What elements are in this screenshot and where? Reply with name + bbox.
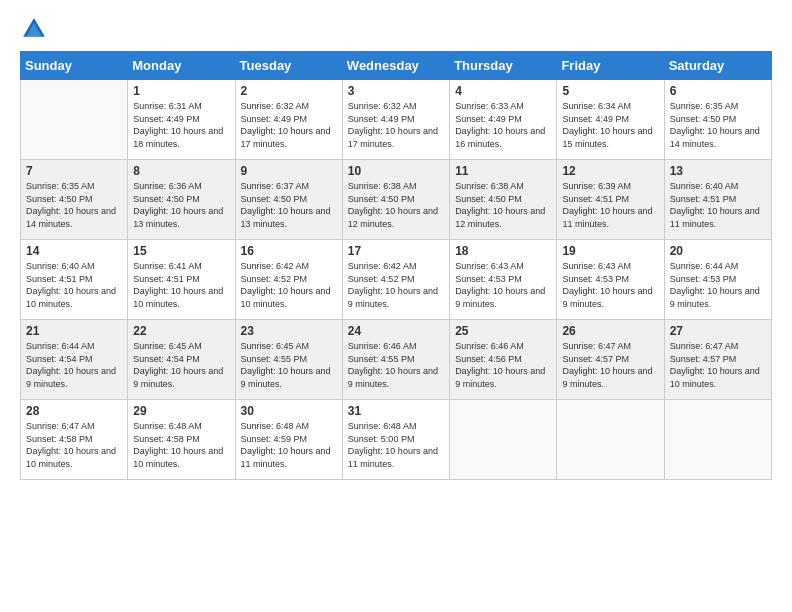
calendar-cell: 7Sunrise: 6:35 AMSunset: 4:50 PMDaylight… — [21, 160, 128, 240]
day-info: Sunrise: 6:44 AMSunset: 4:54 PMDaylight:… — [26, 340, 122, 390]
day-number: 25 — [455, 324, 551, 338]
day-number: 31 — [348, 404, 444, 418]
day-info: Sunrise: 6:47 AMSunset: 4:58 PMDaylight:… — [26, 420, 122, 470]
day-info: Sunrise: 6:46 AMSunset: 4:55 PMDaylight:… — [348, 340, 444, 390]
calendar-cell: 1Sunrise: 6:31 AMSunset: 4:49 PMDaylight… — [128, 80, 235, 160]
weekday-header-friday: Friday — [557, 52, 664, 80]
calendar-cell: 8Sunrise: 6:36 AMSunset: 4:50 PMDaylight… — [128, 160, 235, 240]
day-info: Sunrise: 6:45 AMSunset: 4:55 PMDaylight:… — [241, 340, 337, 390]
day-info: Sunrise: 6:46 AMSunset: 4:56 PMDaylight:… — [455, 340, 551, 390]
day-number: 14 — [26, 244, 122, 258]
day-info: Sunrise: 6:38 AMSunset: 4:50 PMDaylight:… — [348, 180, 444, 230]
calendar-cell — [450, 400, 557, 480]
calendar-cell — [664, 400, 771, 480]
day-number: 21 — [26, 324, 122, 338]
day-info: Sunrise: 6:32 AMSunset: 4:49 PMDaylight:… — [348, 100, 444, 150]
calendar-cell: 27Sunrise: 6:47 AMSunset: 4:57 PMDayligh… — [664, 320, 771, 400]
calendar-cell: 24Sunrise: 6:46 AMSunset: 4:55 PMDayligh… — [342, 320, 449, 400]
day-number: 4 — [455, 84, 551, 98]
day-number: 8 — [133, 164, 229, 178]
calendar-cell: 11Sunrise: 6:38 AMSunset: 4:50 PMDayligh… — [450, 160, 557, 240]
day-info: Sunrise: 6:45 AMSunset: 4:54 PMDaylight:… — [133, 340, 229, 390]
day-info: Sunrise: 6:42 AMSunset: 4:52 PMDaylight:… — [348, 260, 444, 310]
calendar-cell: 14Sunrise: 6:40 AMSunset: 4:51 PMDayligh… — [21, 240, 128, 320]
calendar-week-row: 14Sunrise: 6:40 AMSunset: 4:51 PMDayligh… — [21, 240, 772, 320]
day-info: Sunrise: 6:48 AMSunset: 5:00 PMDaylight:… — [348, 420, 444, 470]
calendar-cell: 30Sunrise: 6:48 AMSunset: 4:59 PMDayligh… — [235, 400, 342, 480]
calendar-cell: 25Sunrise: 6:46 AMSunset: 4:56 PMDayligh… — [450, 320, 557, 400]
day-info: Sunrise: 6:41 AMSunset: 4:51 PMDaylight:… — [133, 260, 229, 310]
day-number: 5 — [562, 84, 658, 98]
page: SundayMondayTuesdayWednesdayThursdayFrid… — [0, 0, 792, 490]
calendar-cell — [557, 400, 664, 480]
calendar-cell: 31Sunrise: 6:48 AMSunset: 5:00 PMDayligh… — [342, 400, 449, 480]
calendar-cell: 5Sunrise: 6:34 AMSunset: 4:49 PMDaylight… — [557, 80, 664, 160]
day-number: 16 — [241, 244, 337, 258]
day-number: 29 — [133, 404, 229, 418]
day-number: 9 — [241, 164, 337, 178]
weekday-header-thursday: Thursday — [450, 52, 557, 80]
weekday-header-monday: Monday — [128, 52, 235, 80]
calendar-cell: 26Sunrise: 6:47 AMSunset: 4:57 PMDayligh… — [557, 320, 664, 400]
calendar-week-row: 7Sunrise: 6:35 AMSunset: 4:50 PMDaylight… — [21, 160, 772, 240]
day-number: 23 — [241, 324, 337, 338]
day-number: 19 — [562, 244, 658, 258]
day-number: 11 — [455, 164, 551, 178]
day-number: 2 — [241, 84, 337, 98]
calendar-cell: 20Sunrise: 6:44 AMSunset: 4:53 PMDayligh… — [664, 240, 771, 320]
calendar-cell: 23Sunrise: 6:45 AMSunset: 4:55 PMDayligh… — [235, 320, 342, 400]
day-info: Sunrise: 6:47 AMSunset: 4:57 PMDaylight:… — [670, 340, 766, 390]
day-info: Sunrise: 6:42 AMSunset: 4:52 PMDaylight:… — [241, 260, 337, 310]
day-number: 1 — [133, 84, 229, 98]
calendar-cell: 28Sunrise: 6:47 AMSunset: 4:58 PMDayligh… — [21, 400, 128, 480]
day-info: Sunrise: 6:33 AMSunset: 4:49 PMDaylight:… — [455, 100, 551, 150]
calendar-cell: 10Sunrise: 6:38 AMSunset: 4:50 PMDayligh… — [342, 160, 449, 240]
day-number: 27 — [670, 324, 766, 338]
day-number: 15 — [133, 244, 229, 258]
day-info: Sunrise: 6:31 AMSunset: 4:49 PMDaylight:… — [133, 100, 229, 150]
day-number: 10 — [348, 164, 444, 178]
calendar-cell: 17Sunrise: 6:42 AMSunset: 4:52 PMDayligh… — [342, 240, 449, 320]
calendar-cell: 13Sunrise: 6:40 AMSunset: 4:51 PMDayligh… — [664, 160, 771, 240]
day-info: Sunrise: 6:43 AMSunset: 4:53 PMDaylight:… — [562, 260, 658, 310]
calendar-cell: 18Sunrise: 6:43 AMSunset: 4:53 PMDayligh… — [450, 240, 557, 320]
day-info: Sunrise: 6:39 AMSunset: 4:51 PMDaylight:… — [562, 180, 658, 230]
day-info: Sunrise: 6:44 AMSunset: 4:53 PMDaylight:… — [670, 260, 766, 310]
day-info: Sunrise: 6:40 AMSunset: 4:51 PMDaylight:… — [26, 260, 122, 310]
calendar-cell: 19Sunrise: 6:43 AMSunset: 4:53 PMDayligh… — [557, 240, 664, 320]
logo — [20, 15, 52, 43]
day-number: 30 — [241, 404, 337, 418]
day-info: Sunrise: 6:38 AMSunset: 4:50 PMDaylight:… — [455, 180, 551, 230]
calendar-cell: 21Sunrise: 6:44 AMSunset: 4:54 PMDayligh… — [21, 320, 128, 400]
day-info: Sunrise: 6:48 AMSunset: 4:59 PMDaylight:… — [241, 420, 337, 470]
calendar-week-row: 1Sunrise: 6:31 AMSunset: 4:49 PMDaylight… — [21, 80, 772, 160]
calendar-cell: 6Sunrise: 6:35 AMSunset: 4:50 PMDaylight… — [664, 80, 771, 160]
weekday-header-tuesday: Tuesday — [235, 52, 342, 80]
day-info: Sunrise: 6:35 AMSunset: 4:50 PMDaylight:… — [670, 100, 766, 150]
day-number: 26 — [562, 324, 658, 338]
weekday-header-sunday: Sunday — [21, 52, 128, 80]
day-info: Sunrise: 6:47 AMSunset: 4:57 PMDaylight:… — [562, 340, 658, 390]
day-number: 3 — [348, 84, 444, 98]
weekday-header-row: SundayMondayTuesdayWednesdayThursdayFrid… — [21, 52, 772, 80]
day-info: Sunrise: 6:32 AMSunset: 4:49 PMDaylight:… — [241, 100, 337, 150]
day-number: 13 — [670, 164, 766, 178]
logo-icon — [20, 15, 48, 43]
calendar-cell: 29Sunrise: 6:48 AMSunset: 4:58 PMDayligh… — [128, 400, 235, 480]
calendar-table: SundayMondayTuesdayWednesdayThursdayFrid… — [20, 51, 772, 480]
calendar-cell: 22Sunrise: 6:45 AMSunset: 4:54 PMDayligh… — [128, 320, 235, 400]
day-number: 7 — [26, 164, 122, 178]
day-number: 20 — [670, 244, 766, 258]
calendar-cell — [21, 80, 128, 160]
day-info: Sunrise: 6:48 AMSunset: 4:58 PMDaylight:… — [133, 420, 229, 470]
day-info: Sunrise: 6:37 AMSunset: 4:50 PMDaylight:… — [241, 180, 337, 230]
weekday-header-saturday: Saturday — [664, 52, 771, 80]
day-number: 22 — [133, 324, 229, 338]
day-info: Sunrise: 6:40 AMSunset: 4:51 PMDaylight:… — [670, 180, 766, 230]
weekday-header-wednesday: Wednesday — [342, 52, 449, 80]
day-number: 24 — [348, 324, 444, 338]
day-number: 6 — [670, 84, 766, 98]
day-number: 12 — [562, 164, 658, 178]
calendar-week-row: 21Sunrise: 6:44 AMSunset: 4:54 PMDayligh… — [21, 320, 772, 400]
calendar-cell: 16Sunrise: 6:42 AMSunset: 4:52 PMDayligh… — [235, 240, 342, 320]
